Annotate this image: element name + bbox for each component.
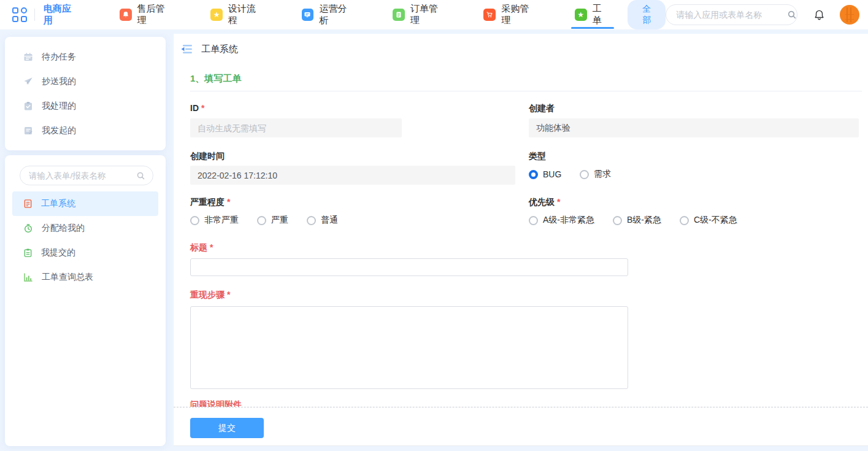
clock-icon	[23, 223, 33, 233]
cart-icon	[483, 9, 496, 21]
nav-item-aftersales[interactable]: 售后管理	[116, 0, 177, 29]
bell-icon	[120, 9, 132, 21]
divider	[34, 9, 35, 21]
sidebar-item-label: 我提交的	[41, 247, 75, 258]
sidebar-search-input[interactable]	[29, 171, 136, 180]
page-title: 工单系统	[201, 44, 238, 55]
required-marker: *	[201, 103, 204, 113]
radio-checked-icon	[529, 170, 538, 179]
form-footer: 提交	[174, 407, 868, 445]
nav-item-operations-analysis[interactable]: 运营分析	[298, 0, 359, 29]
radio-priority-a[interactable]: A级-非常紧急	[529, 215, 594, 226]
sidebar-item-my-processed[interactable]: 我处理的	[5, 94, 166, 118]
topbar-search[interactable]	[666, 4, 797, 25]
main-panel: 工单系统 1、填写工单 ID* 创建者 创建时间 类型 BUG 需求 严重程度*…	[174, 34, 868, 446]
bar-chart-icon	[23, 272, 33, 282]
calendar-icon	[23, 52, 33, 62]
severity-label: 严重程度*	[190, 197, 230, 208]
collapse-menu-icon[interactable]	[180, 43, 193, 55]
id-label: ID*	[190, 103, 204, 113]
submit-button[interactable]: 提交	[190, 418, 264, 438]
type-radio-group: BUG 需求	[529, 169, 629, 180]
required-marker: *	[210, 242, 213, 252]
radio-icon	[307, 216, 316, 225]
sidebar-item-cc-me[interactable]: 抄送我的	[5, 69, 166, 94]
sidebar-item-todo-tasks[interactable]: 待办任务	[5, 45, 166, 69]
title-label: 标题*	[190, 242, 213, 253]
radio-severity-serious[interactable]: 严重	[257, 215, 288, 226]
document-orange-icon	[23, 199, 33, 209]
severity-radio-group: 非常严重 严重 普通	[190, 215, 356, 226]
steps-label: 重现步骤*	[190, 290, 230, 301]
priority-label: 优先级*	[529, 197, 560, 208]
nav-label: 售后管理	[137, 3, 174, 26]
nav-label: 工单	[593, 3, 611, 26]
sidebar-item-label: 我发起的	[42, 125, 76, 136]
sidebar-item-workorder-summary[interactable]: 工单查询总表	[12, 265, 158, 290]
notifications-bell-icon[interactable]	[813, 9, 825, 21]
sidebar-forms-card: 工单系统 分配给我的 我提交的 工单查询总表	[5, 155, 166, 446]
sidebar-item-my-initiated[interactable]: 我发起的	[5, 118, 166, 143]
nav-label: 设计流程	[228, 3, 265, 26]
nav-label: 订单管理	[410, 3, 447, 26]
app-grid-icon[interactable]	[12, 7, 27, 22]
search-icon	[787, 10, 797, 20]
radio-icon	[190, 216, 199, 225]
radio-icon	[529, 216, 538, 225]
sidebar-item-label: 工单查询总表	[42, 272, 93, 283]
creator-label: 创建者	[529, 103, 555, 114]
title-input[interactable]	[190, 258, 628, 276]
type-label: 类型	[529, 151, 546, 162]
main-header: 工单系统	[174, 34, 868, 64]
attachment-label: 问题说明附件	[190, 399, 242, 407]
sidebar-item-assigned-to-me[interactable]: 分配给我的	[12, 216, 158, 241]
radio-type-requirement[interactable]: 需求	[580, 169, 611, 180]
radio-icon	[580, 170, 589, 179]
sidebar-item-label: 工单系统	[41, 198, 75, 209]
radio-type-bug[interactable]: BUG	[529, 169, 561, 179]
clipboard-icon	[23, 248, 33, 258]
required-marker: *	[227, 290, 230, 299]
monitor-icon	[302, 9, 314, 21]
star-icon: ★	[210, 9, 223, 21]
nav-item-order-management[interactable]: 订单管理	[389, 0, 450, 29]
required-marker: *	[227, 197, 230, 207]
section-title: 1、填写工单	[190, 73, 241, 85]
sidebar-item-label: 我处理的	[42, 101, 76, 112]
created-time-input[interactable]	[190, 166, 515, 185]
created-time-label: 创建时间	[190, 151, 225, 162]
user-avatar[interactable]	[840, 5, 859, 25]
radio-priority-b[interactable]: B级-紧急	[613, 215, 661, 226]
id-input[interactable]	[190, 118, 402, 137]
radio-icon	[257, 216, 266, 225]
radio-priority-c[interactable]: C级-不紧急	[680, 215, 737, 226]
radio-icon	[613, 216, 622, 225]
topbar: 电商应用 售后管理 ★ 设计流程 运营分析 订单管理	[0, 0, 868, 29]
star-icon: ★	[575, 9, 587, 21]
topbar-search-input[interactable]	[676, 10, 787, 20]
sidebar-item-my-submitted[interactable]: 我提交的	[12, 241, 158, 265]
radio-icon	[680, 216, 689, 225]
nav-item-procurement[interactable]: 采购管理	[480, 0, 541, 29]
nav-item-workorder[interactable]: ★ 工单	[571, 0, 615, 29]
search-icon	[136, 171, 145, 180]
sidebar-tasks-card: 待办任务 抄送我的 我处理的 我发起的	[5, 37, 166, 150]
sidebar-search[interactable]	[20, 166, 153, 185]
nav-item-design-flow[interactable]: ★ 设计流程	[207, 0, 268, 29]
steps-textarea[interactable]	[190, 306, 628, 389]
sidebar-item-label: 待办任务	[42, 52, 76, 63]
document-icon	[393, 9, 405, 21]
creator-input[interactable]	[529, 118, 859, 137]
send-icon	[23, 77, 33, 87]
priority-radio-group: A级-非常紧急 B级-紧急 C级-不紧急	[529, 215, 756, 226]
clipboard-check-icon	[23, 101, 33, 111]
form-area: 1、填写工单 ID* 创建者 创建时间 类型 BUG 需求 严重程度* 非常严重…	[174, 64, 868, 407]
all-apps-button[interactable]: 全部	[628, 0, 666, 29]
nav-label: 运营分析	[319, 3, 356, 26]
edit-document-icon	[23, 126, 33, 136]
brand-title[interactable]: 电商应用	[44, 3, 80, 26]
radio-severity-critical[interactable]: 非常严重	[190, 215, 239, 226]
sidebar-item-label: 分配给我的	[42, 223, 85, 234]
sidebar-item-workorder-system[interactable]: 工单系统	[12, 191, 158, 216]
radio-severity-normal[interactable]: 普通	[307, 215, 338, 226]
